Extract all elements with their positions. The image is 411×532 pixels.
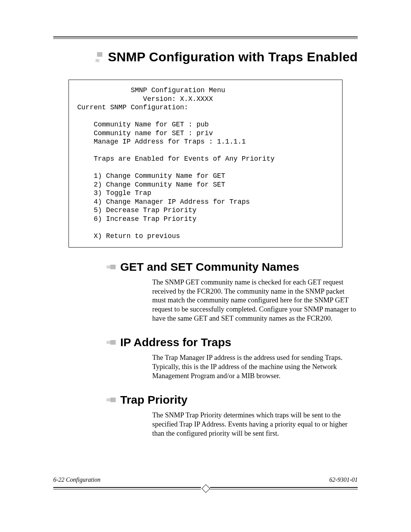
section-ip-traps: IP Address for Traps The Trap Manager IP… <box>53 336 358 380</box>
section-bullet-icon <box>96 52 104 62</box>
section-bullet-icon <box>107 396 116 403</box>
content-area: SNMP Configuration with Traps Enabled SM… <box>53 50 358 438</box>
main-heading: SNMP Configuration with Traps Enabled <box>108 50 358 64</box>
subheading-row: GET and SET Community Names <box>107 260 358 273</box>
snmp-config-text: SMNP Configuration Menu Version: X.X.XXX… <box>77 86 334 240</box>
body-trap-priority: The SNMP Trap Priority determines which … <box>152 411 358 438</box>
diamond-icon <box>202 484 210 493</box>
subheading-ip-traps: IP Address for Traps <box>120 336 231 349</box>
footer-rule <box>53 485 358 490</box>
section-bullet-icon <box>107 339 116 346</box>
section-bullet-icon <box>107 264 116 270</box>
subheading-row: IP Address for Traps <box>107 336 358 349</box>
section-trap-priority: Trap Priority The SNMP Trap Priority det… <box>53 393 358 438</box>
main-heading-row: SNMP Configuration with Traps Enabled <box>53 50 358 64</box>
page: SNMP Configuration with Traps Enabled SM… <box>0 0 411 532</box>
subheading-row: Trap Priority <box>107 393 358 406</box>
body-ip-traps: The Trap Manager IP address is the addre… <box>152 353 358 380</box>
page-footer: 6-22 Configuration 62-9301-01 <box>53 476 358 490</box>
top-rule <box>53 37 358 39</box>
section-get-set: GET and SET Community Names The SNMP GET… <box>53 260 358 323</box>
snmp-config-box: SMNP Configuration Menu Version: X.X.XXX… <box>68 80 342 248</box>
footer-left: 6-22 Configuration <box>53 476 100 483</box>
footer-line: 6-22 Configuration 62-9301-01 <box>53 476 358 483</box>
body-get-set: The SNMP GET community name is checked f… <box>152 278 358 323</box>
footer-right: 62-9301-01 <box>329 476 358 483</box>
subheading-trap-priority: Trap Priority <box>120 393 188 406</box>
subheading-get-set: GET and SET Community Names <box>120 260 299 273</box>
